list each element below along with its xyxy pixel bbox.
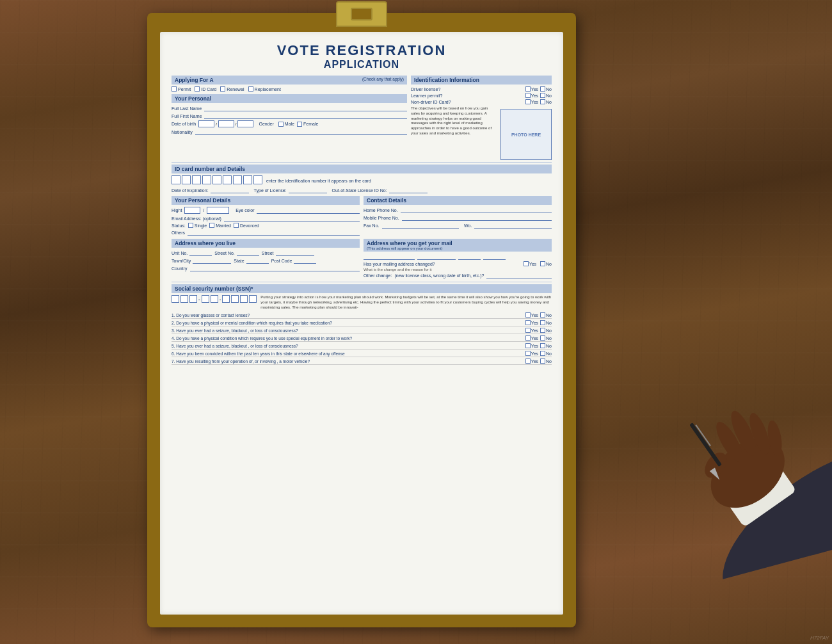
q7-no-cb[interactable] (540, 358, 545, 364)
driver-yes[interactable]: Yes (525, 86, 538, 92)
ssn-8[interactable] (240, 295, 248, 303)
q3-yes-cb[interactable] (525, 328, 531, 333)
email-field[interactable] (224, 215, 360, 221)
mail-yes[interactable]: Yes (524, 261, 536, 266)
q4-yes-cb[interactable] (525, 335, 531, 341)
driver-no-cb[interactable] (540, 86, 545, 92)
single-cb[interactable] (188, 223, 193, 228)
q2-yes-cb[interactable] (525, 320, 531, 325)
mobile-phone-field[interactable] (402, 214, 552, 221)
first-name-field[interactable] (204, 113, 407, 119)
ssn-5[interactable] (211, 295, 218, 303)
q5-no[interactable]: No (540, 343, 552, 348)
out-state-field[interactable] (389, 187, 428, 193)
other-change-field[interactable] (486, 272, 552, 278)
permit-checkbox[interactable] (172, 86, 177, 92)
single-option[interactable]: Single (188, 223, 207, 228)
ssn-6[interactable] (222, 295, 230, 303)
replacement-checkbox[interactable] (248, 86, 253, 92)
q6-no[interactable]: No (540, 351, 552, 356)
male-checkbox[interactable] (278, 122, 284, 127)
ssn-1[interactable] (172, 295, 179, 303)
eyecolor-field[interactable] (257, 207, 360, 214)
driver-no[interactable]: No (540, 86, 552, 92)
q5-no-cb[interactable] (540, 343, 545, 348)
id-box-8[interactable] (243, 175, 252, 184)
others-field[interactable] (188, 229, 360, 236)
dob-day[interactable] (198, 120, 214, 127)
home-phone-field[interactable] (401, 207, 552, 213)
q7-yes-cb[interactable] (525, 358, 531, 364)
id-box-2[interactable] (182, 175, 191, 184)
id-box-3[interactable] (192, 175, 201, 184)
ssn-4[interactable] (202, 295, 209, 303)
dob-month[interactable] (218, 120, 234, 127)
idcard-checkbox[interactable] (195, 86, 200, 92)
mail-city-field[interactable] (417, 254, 456, 260)
q3-no-cb[interactable] (540, 328, 545, 333)
female-option[interactable]: Female (297, 122, 318, 127)
q2-yes[interactable]: Yes (525, 320, 538, 325)
ssn-7[interactable] (231, 295, 239, 303)
male-option[interactable]: Male (278, 122, 294, 127)
q2-no[interactable]: No (540, 320, 552, 325)
mail-zip-field[interactable] (483, 254, 506, 260)
dob-year[interactable] (237, 120, 253, 127)
id-box-6[interactable] (223, 175, 232, 184)
id-box-5[interactable] (212, 175, 221, 184)
height-day[interactable] (184, 207, 200, 214)
learner-yes[interactable]: Yes (525, 93, 538, 98)
height-field[interactable] (207, 207, 229, 214)
street-no-field[interactable] (237, 250, 259, 256)
ssn-9[interactable] (249, 295, 257, 303)
country-field[interactable] (190, 265, 360, 271)
renewal-checkbox[interactable] (220, 86, 225, 92)
ssn-3[interactable] (189, 295, 197, 303)
permit-option[interactable]: Permit (172, 86, 191, 92)
married-option[interactable]: Married (209, 223, 231, 228)
q4-yes[interactable]: Yes (525, 335, 538, 341)
ssn-2[interactable] (180, 295, 188, 303)
renewal-option[interactable]: Renewal (220, 86, 244, 92)
q6-yes[interactable]: Yes (525, 351, 538, 356)
mail-no-cb[interactable] (540, 261, 545, 266)
q7-yes[interactable]: Yes (525, 358, 538, 364)
q3-no[interactable]: No (540, 328, 552, 333)
q3-yes[interactable]: Yes (525, 328, 538, 333)
q1-yes-cb[interactable] (525, 312, 531, 318)
q1-no[interactable]: No (540, 312, 552, 318)
learner-no-cb[interactable] (540, 93, 545, 98)
unit-no-field[interactable] (189, 250, 212, 256)
learner-yes-cb[interactable] (525, 93, 531, 98)
nondriver-no[interactable]: No (540, 99, 552, 104)
street-field[interactable] (276, 250, 314, 256)
driver-yes-cb[interactable] (525, 86, 531, 92)
learner-no[interactable]: No (540, 93, 552, 98)
nondriver-yes-cb[interactable] (525, 99, 531, 104)
last-name-field[interactable] (204, 105, 407, 111)
q2-no-cb[interactable] (540, 320, 545, 325)
female-checkbox[interactable] (297, 122, 302, 127)
q1-yes[interactable]: Yes (525, 312, 538, 318)
fax-field[interactable] (382, 222, 460, 229)
married-cb[interactable] (209, 223, 214, 228)
q7-no[interactable]: No (540, 358, 552, 364)
q5-yes-cb[interactable] (525, 343, 531, 348)
mail-unit-field[interactable] (364, 254, 415, 260)
devorced-cb[interactable] (234, 223, 239, 228)
q4-no[interactable]: No (540, 335, 552, 341)
mail-yes-cb[interactable] (524, 261, 529, 266)
replacement-option[interactable]: Replacement (248, 86, 281, 92)
q5-yes[interactable]: Yes (525, 343, 538, 348)
town-field[interactable] (193, 257, 231, 264)
id-box-9[interactable] (253, 175, 262, 184)
mail-state-field[interactable] (458, 254, 481, 260)
id-box-1[interactable] (172, 175, 180, 184)
devorced-option[interactable]: Devorced (234, 223, 259, 228)
postcode-field[interactable] (294, 257, 316, 264)
state-field[interactable] (246, 257, 269, 264)
license-type-field[interactable] (289, 187, 327, 193)
id-box-7[interactable] (233, 175, 242, 184)
expiry-field[interactable] (211, 187, 249, 193)
q6-yes-cb[interactable] (525, 351, 531, 356)
